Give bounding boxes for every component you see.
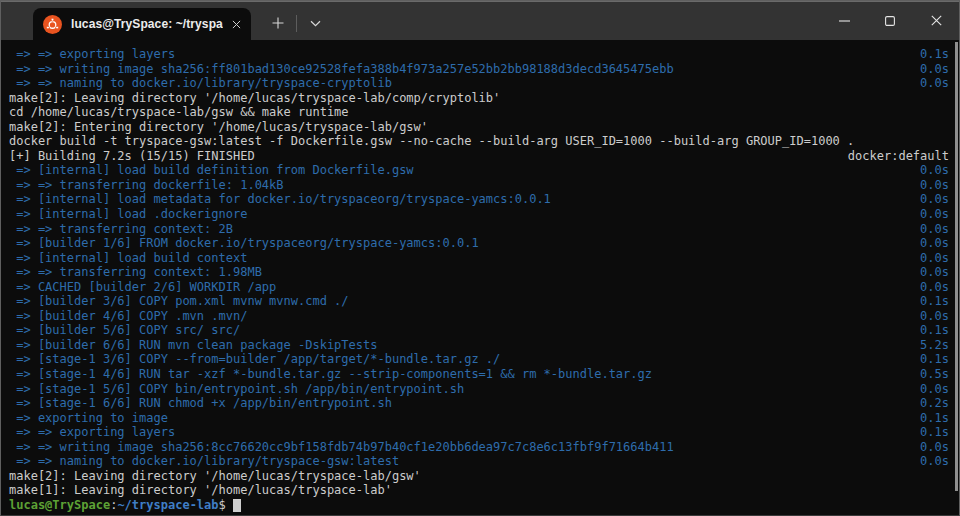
tab-title: lucas@TrySpace: ~/tryspace-l xyxy=(71,17,223,31)
line-duration: 0.0s xyxy=(920,236,949,251)
terminal-line: => [builder 1/6] FROM docker.io/tryspace… xyxy=(9,236,949,251)
terminal-line: => [internal] load metadata for docker.i… xyxy=(9,192,949,207)
terminal-line: => => writing image sha256:8cc76620cc9bf… xyxy=(9,440,949,455)
terminal-line: => [stage-1 5/6] COPY bin/entrypoint.sh … xyxy=(9,382,949,397)
terminal-line: => [internal] load .dockerignore0.0s xyxy=(9,207,949,222)
line-duration: 0.0s xyxy=(920,163,949,178)
tab-close-icon[interactable] xyxy=(227,15,245,33)
prompt-separator: : xyxy=(110,498,117,513)
terminal-output: => => exporting layers0.1s => => writing… xyxy=(9,47,949,498)
terminal-line: => => transferring context: 2B0.0s xyxy=(9,222,949,237)
terminal-line: => [internal] load build context0.0s xyxy=(9,251,949,266)
line-duration: 0.0s xyxy=(920,454,949,469)
ubuntu-icon xyxy=(43,15,62,34)
line-duration: 0.1s xyxy=(920,323,949,338)
terminal-line: => [builder 3/6] COPY pom.xml mvnw mvnw.… xyxy=(9,294,949,309)
terminal-line: => [stage-1 6/6] RUN chmod +x /app/bin/e… xyxy=(9,396,949,411)
line-duration: 0.1s xyxy=(920,425,949,440)
terminal-line: [+] Building 7.2s (15/15) FINISHEDdocker… xyxy=(9,149,949,164)
line-duration: 0.0s xyxy=(920,251,949,266)
terminal-line: => [builder 5/6] COPY src/ src/0.1s xyxy=(9,323,949,338)
terminal-line: => => naming to docker.io/library/tryspa… xyxy=(9,454,949,469)
terminal-line: docker build -t tryspace-gsw:latest -f D… xyxy=(9,134,949,149)
caption-controls xyxy=(821,1,959,40)
line-duration: 0.0s xyxy=(920,382,949,397)
tab-dropdown-button[interactable] xyxy=(300,8,330,38)
close-button[interactable] xyxy=(913,1,959,40)
terminal-window: lucas@TrySpace: ~/tryspace-l xyxy=(0,0,960,516)
new-tab-button[interactable] xyxy=(263,8,293,38)
terminal-viewport[interactable]: => => exporting layers0.1s => => writing… xyxy=(1,40,959,515)
terminal-line: => => transferring context: 1.98MB0.0s xyxy=(9,265,949,280)
terminal-line: => [builder 6/6] RUN mvn clean package -… xyxy=(9,338,949,353)
terminal-line: => [internal] load build definition from… xyxy=(9,163,949,178)
line-duration: 0.2s xyxy=(920,396,949,411)
line-duration: 0.1s xyxy=(920,47,949,62)
terminal-line: => [builder 4/6] COPY .mvn .mvn/0.0s xyxy=(9,309,949,324)
terminal-prompt: lucas@TrySpace : ~/tryspace-lab $ xyxy=(9,498,949,513)
line-duration: 0.0s xyxy=(920,222,949,237)
titlebar[interactable]: lucas@TrySpace: ~/tryspace-l xyxy=(1,1,959,40)
terminal-line: cd /home/lucas/tryspace-lab/gsw && make … xyxy=(9,105,949,120)
terminal-line: => => exporting layers0.1s xyxy=(9,47,949,62)
terminal-line: => CACHED [builder 2/6] WORKDIR /app0.0s xyxy=(9,280,949,295)
line-duration: 0.0s xyxy=(920,265,949,280)
maximize-button[interactable] xyxy=(867,1,913,40)
prompt-path: ~/tryspace-lab xyxy=(117,498,218,513)
terminal-line: => [stage-1 4/6] RUN tar -xzf *-bundle.t… xyxy=(9,367,949,382)
prompt-user-host: lucas@TrySpace xyxy=(9,498,110,513)
terminal-line: make[2]: Entering directory '/home/lucas… xyxy=(9,120,949,135)
line-duration: 0.0s xyxy=(920,309,949,324)
line-duration: 0.1s xyxy=(920,411,949,426)
line-duration: 0.1s xyxy=(920,352,949,367)
line-duration: 0.0s xyxy=(920,440,949,455)
line-duration: 0.0s xyxy=(920,76,949,91)
terminal-cursor xyxy=(233,499,241,512)
prompt-symbol: $ xyxy=(219,498,226,513)
line-duration: 0.0s xyxy=(920,62,949,77)
terminal-line: => exporting to image0.1s xyxy=(9,411,949,426)
terminal-line: => => writing image sha256:ff801bad130ce… xyxy=(9,62,949,77)
line-duration: 5.2s xyxy=(920,338,949,353)
line-duration: 0.0s xyxy=(920,207,949,222)
terminal-line: => => naming to docker.io/library/tryspa… xyxy=(9,76,949,91)
terminal-line: make[1]: Leaving directory '/home/lucas/… xyxy=(9,483,949,498)
line-duration: 0.1s xyxy=(920,294,949,309)
line-duration: 0.0s xyxy=(920,280,949,295)
terminal-line: make[2]: Leaving directory '/home/lucas/… xyxy=(9,91,949,106)
terminal-line: => => transferring dockerfile: 1.04kB0.0… xyxy=(9,178,949,193)
line-duration: 0.0s xyxy=(920,178,949,193)
scrollbar-thumb[interactable] xyxy=(955,42,958,491)
tab-lucas-tryspace[interactable]: lucas@TrySpace: ~/tryspace-l xyxy=(33,8,251,40)
terminal-line: => [stage-1 3/6] COPY --from=builder /ap… xyxy=(9,352,949,367)
line-duration: 0.5s xyxy=(920,367,949,382)
terminal-line: make[2]: Leaving directory '/home/lucas/… xyxy=(9,469,949,484)
line-right-label: docker:default xyxy=(848,149,949,164)
terminal-line: => => exporting layers0.1s xyxy=(9,425,949,440)
minimize-button[interactable] xyxy=(821,1,867,40)
tabbar-divider xyxy=(296,15,297,32)
line-duration: 0.0s xyxy=(920,192,949,207)
